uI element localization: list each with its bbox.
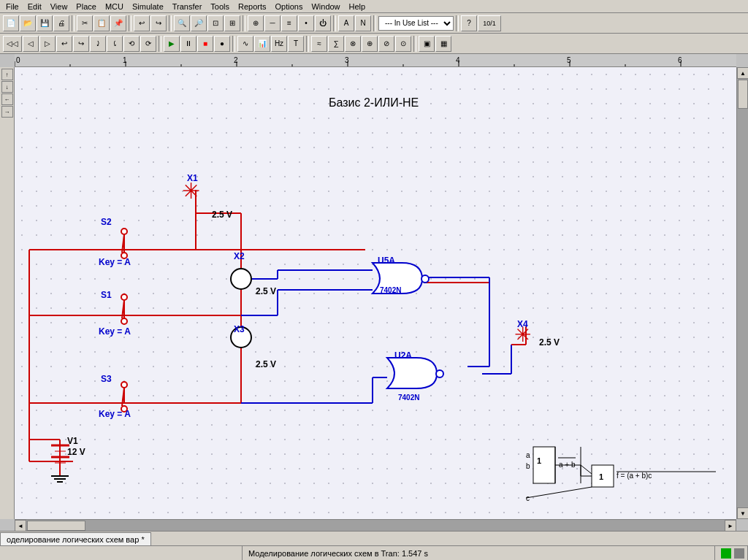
svg-text:f = (a + b)c: f = (a + b)c (617, 472, 652, 480)
status-text: Моделирование логических схем в (248, 549, 379, 558)
netlist-button[interactable]: N (355, 15, 371, 31)
print-button[interactable]: 🖨 (53, 15, 69, 31)
ruler-top: 0 1 2 3 4 5 6 (15, 54, 736, 67)
scroll-thumb-horizontal[interactable] (27, 521, 85, 531)
cut-button[interactable]: ✂ (77, 15, 93, 31)
scroll-right-button[interactable]: ► (725, 520, 736, 532)
s3-label: S3 (101, 374, 112, 384)
ltb-right[interactable]: → (1, 106, 13, 118)
active-tab[interactable]: оделирование логических схем вар * (0, 532, 151, 545)
scroll-up-button[interactable]: ▲ (737, 67, 748, 79)
sim-step[interactable]: ● (214, 36, 230, 52)
menu-file[interactable]: File (1, 1, 23, 12)
sim-osc[interactable]: ∿ (237, 36, 253, 52)
svg-line-93 (526, 487, 592, 498)
zoom-out-button[interactable]: 🔎 (191, 15, 207, 31)
sim-bode[interactable]: 📊 (254, 36, 270, 52)
sim-extra7[interactable]: ▣ (419, 36, 435, 52)
sim-btn8[interactable]: ⟲ (123, 36, 140, 52)
info-button[interactable]: 10/1 (478, 15, 501, 31)
copy-button[interactable]: 📋 (94, 15, 110, 31)
svg-point-58 (121, 294, 127, 300)
menu-reports[interactable]: Reports (234, 1, 271, 12)
statusbar: Моделирование логических схем в Tran: 1.… (0, 545, 748, 560)
menu-simulate[interactable]: Simulate (128, 1, 168, 12)
zoom-fit-button[interactable]: ⊡ (207, 15, 224, 31)
svg-text:3: 3 (345, 56, 349, 64)
help-button[interactable]: ? (461, 15, 477, 31)
redo-button[interactable]: ↪ (150, 15, 167, 31)
x1-led: ✳ (182, 180, 200, 202)
status-right (715, 546, 748, 560)
sim-extra3[interactable]: ⊗ (345, 36, 361, 52)
svg-text:4: 4 (456, 56, 460, 64)
sim-btn6[interactable]: ⤸ (90, 36, 106, 52)
svg-text:a + b: a + b (559, 461, 576, 469)
separator6 (373, 15, 376, 31)
sim-extra4[interactable]: ⊕ (362, 36, 378, 52)
ltb-down[interactable]: ↓ (1, 81, 13, 93)
component-button[interactable]: ⊕ (248, 15, 264, 31)
sim-run[interactable]: ▶ (164, 36, 180, 52)
sim-extra8[interactable]: ▦ (435, 36, 451, 52)
new-button[interactable]: 📄 (3, 15, 19, 31)
open-button[interactable]: 📂 (20, 15, 36, 31)
zoom-area-button[interactable]: ⊞ (224, 15, 240, 31)
save-button[interactable]: 💾 (37, 15, 53, 31)
x1-voltage: 2.5 V (212, 210, 232, 220)
svg-text:a: a (526, 451, 530, 459)
sim-extra5[interactable]: ⊘ (378, 36, 394, 52)
menu-help[interactable]: Help (345, 1, 370, 12)
sim-freq[interactable]: Hz (271, 36, 287, 52)
in-use-dropdown[interactable]: --- In Use List --- (378, 16, 454, 31)
circuit-canvas[interactable]: Базис 2-ИЛИ-НЕ (15, 67, 736, 519)
menu-place[interactable]: Place (72, 1, 101, 12)
menu-window[interactable]: Window (307, 1, 344, 12)
paste-button[interactable]: 📌 (110, 15, 126, 31)
tran-label: Tran: 1.547 s (381, 549, 428, 558)
svg-rect-88 (592, 465, 614, 487)
menu-transfer[interactable]: Transfer (168, 1, 207, 12)
circuit-svg: a b 1 a + b 1 c (15, 67, 736, 519)
menu-mcu[interactable]: MCU (101, 1, 128, 12)
separator9 (232, 36, 235, 52)
ltb-arrow[interactable]: ↑ (1, 69, 13, 80)
menu-options[interactable]: Options (271, 1, 308, 12)
annotate-button[interactable]: A (338, 15, 354, 31)
menu-tools[interactable]: Tools (206, 1, 234, 12)
sim-extra6[interactable]: ⊙ (395, 36, 411, 52)
bottom-scrollbar: ◄ ► (15, 519, 736, 531)
svg-point-51 (421, 275, 429, 283)
sim-btn1[interactable]: ◁◁ (3, 36, 22, 52)
svg-text:5: 5 (567, 56, 571, 64)
menu-view[interactable]: View (46, 1, 72, 12)
menu-edit[interactable]: Edit (23, 1, 46, 12)
scroll-down-button[interactable]: ▼ (737, 507, 748, 519)
zoom-in-button[interactable]: 🔍 (174, 15, 190, 31)
sim-btn5[interactable]: ↪ (73, 36, 89, 52)
junction-button[interactable]: • (298, 15, 314, 31)
sim-btn3[interactable]: ▷ (39, 36, 56, 52)
svg-text:2: 2 (234, 56, 238, 64)
sim-extra1[interactable]: ≈ (311, 36, 327, 52)
scroll-thumb-vertical[interactable] (738, 80, 748, 109)
scroll-left-button[interactable]: ◄ (15, 520, 26, 532)
x4-voltage: 2.5 V (539, 337, 560, 348)
sim-stop[interactable]: ■ (197, 36, 213, 52)
separator7 (456, 15, 459, 31)
x2-label: X2 (234, 251, 245, 261)
power-button[interactable]: ⏻ (315, 15, 331, 31)
sim-btn2[interactable]: ◁ (23, 36, 39, 52)
svg-point-61 (121, 382, 127, 388)
sim-extra2[interactable]: ∑ (328, 36, 344, 52)
bus-button[interactable]: ≡ (281, 15, 297, 31)
sim-pause[interactable]: ⏸ (180, 36, 196, 52)
sim-btn9[interactable]: ⟳ (140, 36, 156, 52)
ltb-left[interactable]: ← (1, 93, 13, 105)
svg-line-57 (122, 234, 124, 253)
undo-button[interactable]: ↩ (134, 15, 150, 31)
sim-btn7[interactable]: ⤹ (107, 36, 123, 52)
wire-button[interactable]: ─ (264, 15, 280, 31)
sim-trans[interactable]: T (288, 36, 304, 52)
sim-btn4[interactable]: ↩ (56, 36, 72, 52)
